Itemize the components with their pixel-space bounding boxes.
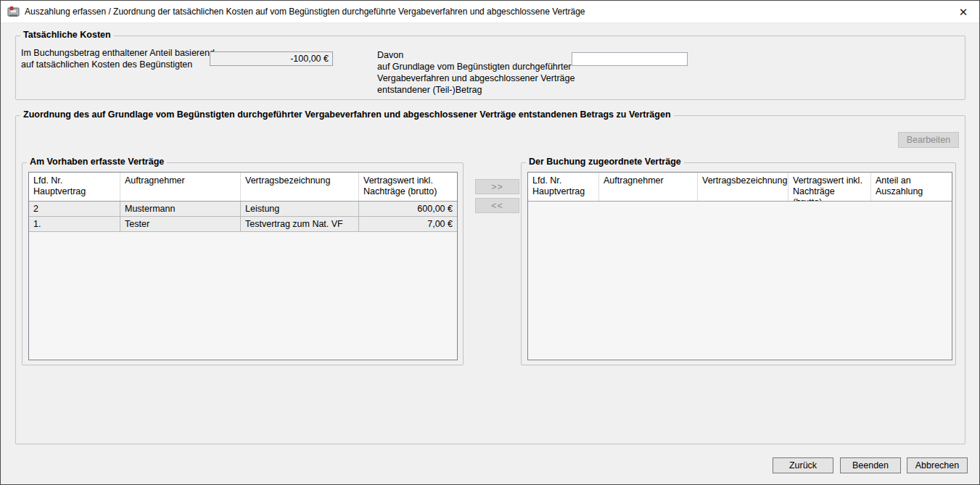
assigned-contracts-table: Lfd. Nr. Hauptvertrag Auftragnehmer Vert…: [527, 172, 952, 360]
booking-share-field: -100,00 €: [210, 51, 333, 66]
group-zugeordnete-vertraege-title: Der Buchung zugeordnete Verträge: [526, 157, 684, 167]
cell-vertragsbezeichnung: Testvertrag zum Nat. VF: [241, 217, 359, 231]
cell-vertragsbezeichnung: Leistung: [241, 202, 359, 216]
column-header: Vertragswert inkl. Nachträge (brutto): [359, 173, 457, 201]
cell-vertragswert: 600,00 €: [359, 202, 457, 216]
partial-amount-label: Davon auf Grundlage vom Begünstigten dur…: [377, 49, 575, 96]
app-icon: [7, 6, 20, 18]
cancel-button[interactable]: Abbrechen: [907, 457, 968, 473]
column-header: Vertragsbezeichnung: [698, 173, 788, 201]
column-header: Vertragswert inkl. Nachträge (brutto): [788, 173, 871, 201]
column-header: Lfd. Nr. Hauptvertrag: [29, 173, 120, 201]
group-zugeordnete-vertraege: Der Buchung zugeordnete Verträge Lfd. Nr…: [521, 162, 956, 365]
cell-lfd-nr: 2: [29, 202, 120, 216]
group-tatsaechliche-kosten: Tatsächliche Kosten Im Buchungsbetrag en…: [15, 36, 965, 100]
finish-button[interactable]: Beenden: [840, 457, 901, 473]
table-header-row: Lfd. Nr. Hauptvertrag Auftragnehmer Vert…: [29, 173, 457, 202]
table-row[interactable]: 2 Mustermann Leistung 600,00 €: [29, 202, 457, 217]
cell-auftragnehmer: Tester: [120, 217, 241, 231]
partial-amount-input[interactable]: [572, 52, 688, 66]
window-title: Auszahlung erfassen / Zuordnung der tats…: [25, 7, 585, 17]
cell-vertragswert: 7,00 €: [359, 217, 457, 231]
back-button[interactable]: Zurück: [773, 457, 833, 473]
edit-button[interactable]: Bearbeiten: [898, 132, 959, 148]
column-header: Auftragnehmer: [599, 173, 698, 201]
move-right-button[interactable]: >>: [475, 179, 519, 194]
table-row[interactable]: 1. Tester Testvertrag zum Nat. VF 7,00 €: [29, 217, 457, 232]
group-erfasste-vertraege-title: Am Vorhaben erfasste Verträge: [27, 157, 167, 167]
dialog-auszahlung-erfassen: Auszahlung erfassen / Zuordnung der tats…: [0, 0, 980, 485]
column-header: Vertragsbezeichnung: [241, 173, 359, 201]
cell-auftragnehmer: Mustermann: [120, 202, 241, 216]
booking-share-label: Im Buchungsbetrag enthaltener Anteil bas…: [21, 47, 215, 70]
column-header: Anteil an Auszahlung: [871, 173, 952, 201]
column-header: Auftragnehmer: [120, 173, 241, 201]
group-tatsaechliche-kosten-title: Tatsächliche Kosten: [20, 30, 114, 40]
contracts-table: Lfd. Nr. Hauptvertrag Auftragnehmer Vert…: [28, 172, 458, 360]
move-left-button[interactable]: <<: [475, 198, 519, 213]
cell-lfd-nr: 1.: [29, 217, 120, 231]
titlebar[interactable]: Auszahlung erfassen / Zuordnung der tats…: [1, 1, 979, 23]
group-zuordnung-title: Zuordnung des auf Grundlage vom Begünsti…: [20, 109, 674, 120]
table-header-row: Lfd. Nr. Hauptvertrag Auftragnehmer Vert…: [528, 173, 952, 202]
close-icon[interactable]: ✕: [955, 4, 972, 21]
column-header: Lfd. Nr. Hauptvertrag: [528, 173, 599, 201]
group-erfasste-vertraege: Am Vorhaben erfasste Verträge Lfd. Nr. H…: [22, 162, 464, 365]
group-zuordnung: Zuordnung des auf Grundlage vom Begünsti…: [15, 115, 965, 444]
